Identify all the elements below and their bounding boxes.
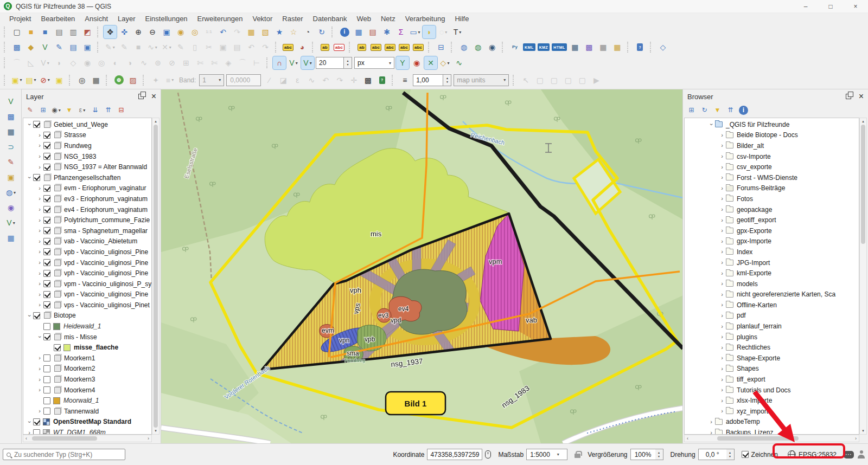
expander-icon[interactable]: › [27, 121, 33, 128]
identify-features-button[interactable]: i [338, 25, 351, 38]
select-features-button[interactable]: ▣▾ [10, 74, 23, 87]
zoom-out-button[interactable]: ⊖ [146, 25, 159, 38]
layer-visibility-checkbox[interactable] [43, 185, 50, 192]
raster-picker-button[interactable]: ▦ [90, 74, 103, 87]
georeferencer-button[interactable]: ▩ [361, 74, 374, 87]
layer-item-evm-eriophorum-vaginatur[interactable]: ›evm - Eriophorum_vaginatur [23, 183, 151, 194]
expander-icon[interactable]: › [718, 196, 726, 202]
browser-item-geopackage[interactable]: ›geopackage [685, 204, 859, 215]
zoom-to-native-resolution-button[interactable]: ⊕ [112, 74, 125, 87]
db-manager-button[interactable]: ⊟ [435, 41, 448, 54]
layer-visibility-checkbox[interactable] [43, 217, 50, 224]
qtiles-export-button[interactable]: ▦ [569, 41, 582, 54]
scroll-thumb[interactable] [154, 125, 158, 428]
expander-icon[interactable]: › [718, 313, 726, 319]
rotation-spin[interactable]: 0,0 ° ▲▼ [698, 449, 735, 460]
layer-visibility-checkbox[interactable] [43, 397, 50, 404]
layer-visibility-checkbox[interactable] [43, 354, 50, 361]
scroll-up-icon[interactable]: ▴ [860, 119, 866, 124]
scroll-down-icon[interactable]: ▾ [860, 429, 866, 433]
expander-icon[interactable]: › [718, 260, 726, 266]
style-manager-button[interactable]: ◩ [81, 25, 94, 38]
layer-item-sma-sphagnetum-magellar[interactable]: ›sma - Sphagnetum_magellar [23, 225, 151, 236]
browser-vertical-scrollbar[interactable]: ▴ ▾ [859, 118, 867, 435]
scroll-left-icon[interactable]: ‹ [25, 436, 27, 441]
scroll-right-icon[interactable]: › [855, 436, 857, 441]
deselect-features-button[interactable]: ⊘▾ [39, 74, 52, 87]
move-label-button[interactable]: ab [355, 41, 368, 54]
expander-icon[interactable]: › [718, 302, 726, 308]
expander-icon[interactable]: › [718, 345, 726, 351]
topological-editing-button[interactable]: Y [396, 56, 409, 69]
browser-item-kml-exporte[interactable]: ›kml-Exporte [685, 268, 859, 279]
expander-icon[interactable]: › [718, 334, 726, 340]
locator-search[interactable] [3, 449, 125, 460]
grid-creator-button[interactable]: ▦ [611, 41, 624, 54]
scroll-up-icon[interactable]: ▴ [152, 119, 159, 124]
wms-services-button[interactable]: ◍ [471, 41, 484, 54]
browser-item-nicht-georeferenzierte-karten-sca[interactable]: ›nicht georeferenzierte Karten, Sca [685, 289, 859, 300]
browser-item-tiff-export[interactable]: ›tiff_export [685, 374, 859, 385]
layer-item-vpn-vaccinio-uliginosi-pine[interactable]: ›vpn - Vaccinio_uliginosi_Pine [23, 289, 151, 300]
expander-icon[interactable]: › [27, 174, 33, 182]
snapping-units-select[interactable]: px▾ [354, 57, 394, 69]
browser-item-planlauf-terrain[interactable]: ›planlauf_terrain [685, 321, 859, 332]
layer-visibility-checkbox[interactable] [43, 323, 50, 330]
layer-visibility-checkbox[interactable] [43, 270, 50, 277]
browser-item-bilder-alt[interactable]: ›Bilder_alt [685, 140, 859, 151]
layer-item-moorkern2[interactable]: ›Moorkern2 [23, 364, 151, 374]
expander-icon[interactable]: › [36, 206, 43, 212]
layer-visibility-checkbox[interactable] [43, 280, 50, 287]
browser-item-models[interactable]: ›models [685, 279, 859, 289]
layer-horizontal-scrollbar[interactable]: ‹ › [23, 435, 152, 442]
temporal-controller-button[interactable]: ◔ [301, 25, 314, 38]
expander-icon[interactable]: › [718, 281, 726, 287]
help-book-button[interactable]: ? [634, 41, 647, 54]
enable-snapping-button[interactable]: ∩ [273, 56, 286, 69]
browser-item-offline-karten[interactable]: ›Offline-Karten [685, 300, 859, 311]
metasearch-catalog-button[interactable]: ◍ [457, 41, 470, 54]
snapping-mode-button[interactable]: V▾ [287, 56, 300, 69]
map-canvas[interactable]: mis vpm vab vph vps ev3 ev4 vpd evm vpn … [161, 89, 683, 443]
browser-item-rechtliches[interactable]: ›Rechtliches [685, 342, 859, 353]
enable-tracing-button[interactable]: ∿ [452, 56, 465, 69]
layer-visibility-checkbox[interactable] [43, 238, 50, 245]
layer-item-nsg-1937-alter-bannwald[interactable]: ›NSG_1937 = Alter Bannwald [23, 162, 151, 172]
layer-visibility-checkbox[interactable] [43, 153, 50, 160]
scale-combo[interactable]: 1:5000 ▾ [526, 449, 567, 460]
expander-icon[interactable]: › [36, 355, 43, 361]
layer-visibility-checkbox[interactable] [43, 365, 50, 372]
layer-item-misse-flaeche[interactable]: misse_flaeche [23, 342, 151, 353]
browser-item-forst-wms-dienste[interactable]: ›Forst - WMS-Dienste [685, 172, 859, 183]
layer-item-pflanzengesellschaften[interactable]: ›Pflanzengesellschaften [23, 172, 151, 183]
snap-on-vertex-button[interactable]: V▾ [301, 56, 314, 69]
menu-ansicht[interactable]: Ansicht [80, 15, 113, 23]
browser-item-qgis-f-r-pilzfreunde[interactable]: ›_QGIS für Pilzfreunde [685, 119, 859, 130]
text-annotation-button[interactable]: T▾ [451, 25, 464, 38]
layer-item-ev3-eriophorum-vaginatum[interactable]: ›ev3 - Eriophorum_vaginatum [23, 193, 151, 204]
browser-item-xyz-importe[interactable]: ›xyz_importe [685, 406, 859, 417]
float-panel-icon[interactable] [846, 94, 851, 99]
browser-horizontal-scrollbar[interactable]: ‹ › [684, 435, 859, 442]
filter-by-expression-button[interactable]: ε▾ [76, 105, 88, 116]
pan-map-button[interactable]: ✥ [104, 25, 117, 38]
layer-visibility-checkbox[interactable] [43, 248, 50, 255]
refresh-map-button[interactable]: ↻ [315, 25, 328, 38]
float-panel-icon[interactable] [138, 94, 144, 99]
render-checkbox[interactable] [742, 451, 749, 458]
expander-icon[interactable]: › [707, 430, 715, 435]
browser-item-geotiff-export[interactable]: ›geotiff_export [685, 215, 859, 225]
browser-item-gpx-exporte[interactable]: ›gpx-Exporte [685, 225, 859, 236]
expander-icon[interactable]: › [25, 430, 33, 435]
new-geojson-layer-button[interactable]: ✎ [53, 41, 66, 54]
layer-item-openstreetmap-standard[interactable]: ›OpenStreetMap Standard [23, 417, 151, 428]
expander-icon[interactable]: › [36, 164, 43, 170]
colored-grid-plugin-button[interactable]: ▩ [583, 41, 596, 54]
zoom-to-selection-button[interactable]: ◉ [174, 25, 187, 38]
layer-item-wt-dgm1-668m[interactable]: ›WT_DGM1_668m [23, 427, 151, 435]
serval-help-button[interactable]: ? [375, 74, 388, 87]
expander-icon[interactable]: › [718, 249, 726, 255]
minimize-button[interactable]: – [793, 0, 818, 12]
menu-raster[interactable]: Raster [277, 15, 308, 23]
statistical-summary-button[interactable]: Σ [394, 25, 407, 38]
